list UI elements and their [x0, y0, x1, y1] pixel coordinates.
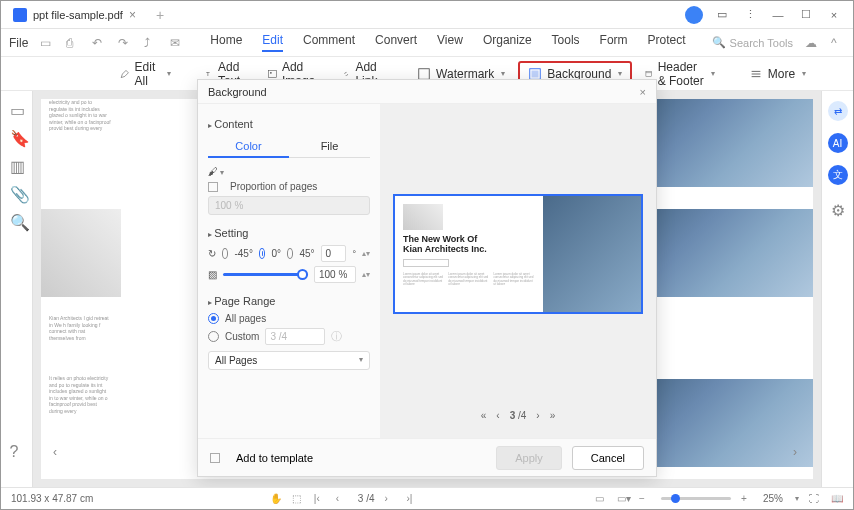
- zoom-in-button[interactable]: +: [741, 493, 753, 505]
- all-pages-radio[interactable]: [208, 313, 219, 324]
- tab-edit[interactable]: Edit: [262, 33, 283, 52]
- zoom-level[interactable]: 25%: [763, 493, 783, 504]
- stepper-icon[interactable]: ▴▾: [362, 270, 370, 279]
- opacity-slider[interactable]: [223, 273, 308, 276]
- app-menu-icon[interactable]: ▭: [713, 6, 731, 24]
- tab-organize[interactable]: Organize: [483, 33, 532, 52]
- proportion-checkbox[interactable]: [208, 182, 218, 192]
- fullscreen-icon[interactable]: ⛶: [809, 493, 821, 505]
- dialog-title: Background: [208, 86, 267, 98]
- read-mode-icon[interactable]: 📖: [831, 493, 843, 505]
- tab-tools[interactable]: Tools: [552, 33, 580, 52]
- attachment-icon[interactable]: 📎: [10, 185, 24, 199]
- prev-page-button[interactable]: ‹: [496, 410, 499, 421]
- more-button[interactable]: More▾: [740, 62, 815, 86]
- right-sidebar: ⇄ AI 文 ⚙: [821, 91, 853, 487]
- close-window-button[interactable]: ×: [825, 6, 843, 24]
- all-pages-label: All pages: [225, 313, 266, 324]
- search-tools[interactable]: 🔍 Search Tools: [712, 36, 793, 49]
- custom-radio[interactable]: [208, 331, 219, 342]
- edit-all-button[interactable]: Edit All▾: [111, 55, 180, 93]
- user-avatar[interactable]: [685, 6, 703, 24]
- fit-width-icon[interactable]: ▭▾: [617, 493, 629, 505]
- print-icon[interactable]: ⎙: [66, 36, 80, 50]
- share-icon[interactable]: ⤴: [144, 36, 158, 50]
- minimize-button[interactable]: —: [769, 6, 787, 24]
- file-tab[interactable]: File: [289, 136, 370, 158]
- next-page-arrow[interactable]: ›: [793, 445, 797, 459]
- zoom-out-button[interactable]: −: [639, 493, 651, 505]
- opacity-value[interactable]: 100 %: [314, 266, 356, 283]
- tab-convert[interactable]: Convert: [375, 33, 417, 52]
- close-tab-icon[interactable]: ×: [129, 8, 136, 22]
- pager-current: 3: [510, 410, 516, 421]
- maximize-button[interactable]: ☐: [797, 6, 815, 24]
- next-page-button[interactable]: ›: [536, 410, 539, 421]
- page-image: [41, 209, 121, 297]
- last-icon[interactable]: ›|: [406, 493, 418, 505]
- tab-protect[interactable]: Protect: [648, 33, 686, 52]
- open-icon[interactable]: ▭: [40, 36, 54, 50]
- apply-button[interactable]: Apply: [496, 446, 562, 470]
- tab-view[interactable]: View: [437, 33, 463, 52]
- search-placeholder: Search Tools: [730, 37, 793, 49]
- first-icon[interactable]: |‹: [314, 493, 326, 505]
- last-page-button[interactable]: »: [550, 410, 556, 421]
- rot-45-radio[interactable]: [287, 248, 293, 259]
- ai-icon[interactable]: AI: [828, 133, 848, 153]
- add-template-checkbox[interactable]: [210, 453, 220, 463]
- custom-range-input[interactable]: 3 /4: [265, 328, 325, 345]
- rot-neg45-radio[interactable]: [222, 248, 228, 259]
- preview-col: Lorem ipsum dolor sit amet consectetur a…: [448, 273, 489, 287]
- tab-comment[interactable]: Comment: [303, 33, 355, 52]
- next-icon[interactable]: ›: [384, 493, 396, 505]
- hand-tool-icon[interactable]: ✋: [270, 493, 282, 505]
- settings-icon[interactable]: ⚙: [831, 201, 845, 220]
- rot-custom-input[interactable]: 0: [321, 245, 347, 262]
- zoom-slider[interactable]: [661, 497, 731, 500]
- file-menu[interactable]: File: [9, 36, 28, 50]
- rot-45-label: 45°: [299, 248, 314, 259]
- prev-page-arrow[interactable]: ‹: [53, 445, 57, 459]
- layers-icon[interactable]: ▥: [10, 157, 24, 171]
- add-tab-button[interactable]: +: [156, 7, 164, 23]
- select-tool-icon[interactable]: ⬚: [292, 493, 304, 505]
- color-picker-icon[interactable]: 🖌▾: [208, 166, 224, 177]
- preview-box: [403, 259, 449, 267]
- stepper-icon[interactable]: ▴▾: [362, 249, 370, 258]
- panel-toggle-icon[interactable]: ⇄: [828, 101, 848, 121]
- tab-home[interactable]: Home: [210, 33, 242, 52]
- dialog-close-button[interactable]: ×: [640, 86, 646, 98]
- kebab-menu-icon[interactable]: ⋮: [741, 6, 759, 24]
- page-range-select[interactable]: All Pages ▾: [208, 351, 370, 370]
- info-icon: ⓘ: [331, 329, 342, 344]
- svg-rect-1: [268, 70, 276, 77]
- find-icon[interactable]: 🔍: [10, 213, 24, 227]
- mail-icon[interactable]: ✉: [170, 36, 184, 50]
- body-text: electricity and po to regulate its int i…: [49, 99, 111, 132]
- cancel-button[interactable]: Cancel: [572, 446, 644, 470]
- add-template-label: Add to template: [236, 452, 313, 464]
- help-icon[interactable]: ?: [10, 443, 24, 457]
- prev-icon[interactable]: ‹: [336, 493, 348, 505]
- first-page-button[interactable]: «: [481, 410, 487, 421]
- chevron-up-icon[interactable]: ^: [831, 36, 845, 50]
- fit-page-icon[interactable]: ▭: [595, 493, 607, 505]
- document-tab[interactable]: ppt file-sample.pdf ×: [1, 1, 148, 28]
- bookmark-icon[interactable]: 🔖: [10, 129, 24, 143]
- chevron-down-icon: ▾: [359, 355, 363, 366]
- translate-icon[interactable]: 文: [828, 165, 848, 185]
- rot-0-radio[interactable]: [259, 248, 265, 259]
- undo-icon[interactable]: ↶: [92, 36, 106, 50]
- setting-section-header: Setting: [208, 227, 370, 239]
- proportion-label: Proportion of pages: [230, 181, 317, 192]
- redo-icon[interactable]: ↷: [118, 36, 132, 50]
- thumbnails-icon[interactable]: ▭: [10, 101, 24, 115]
- custom-label: Custom: [225, 331, 259, 342]
- rotate-icon: ↻: [208, 248, 216, 259]
- cloud-icon[interactable]: ☁: [805, 36, 819, 50]
- color-tab[interactable]: Color: [208, 136, 289, 158]
- rot-neg45-label: -45°: [234, 248, 252, 259]
- page-indicator[interactable]: 3 /4: [358, 493, 375, 504]
- tab-form[interactable]: Form: [600, 33, 628, 52]
